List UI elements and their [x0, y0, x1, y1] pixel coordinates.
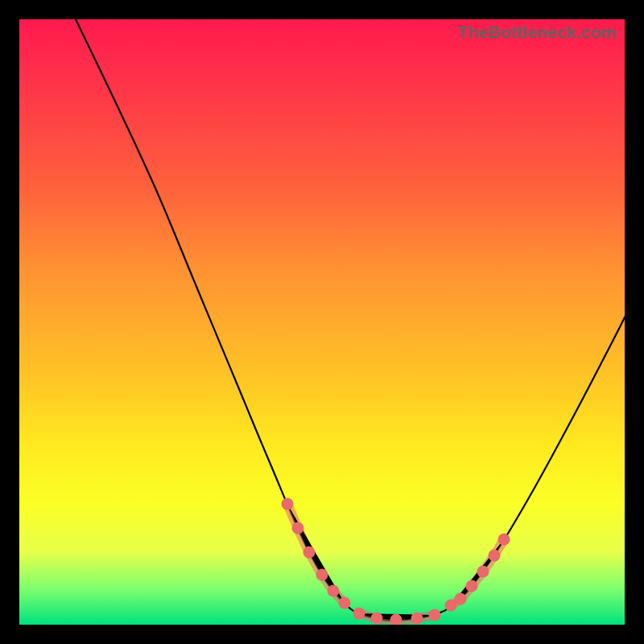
highlight-bottom-marker [411, 613, 423, 625]
series-group [76, 19, 625, 625]
highlight-right-marker [498, 534, 510, 546]
highlight-bottom-marker [371, 613, 383, 625]
highlight-right-marker [477, 566, 489, 578]
bottleneck-curve [76, 19, 625, 621]
highlight-bottom-marker [353, 608, 365, 620]
highlight-left-marker [316, 569, 328, 581]
chart-svg [19, 19, 625, 625]
highlight-right-marker [466, 580, 478, 592]
highlight-right-marker [455, 593, 467, 605]
highlight-right-marker [489, 550, 501, 562]
highlight-left-marker [328, 585, 340, 597]
plot-area: TheBottleneck.com [19, 19, 625, 625]
highlight-left-marker [339, 597, 351, 609]
highlight-left-marker [303, 547, 316, 559]
highlight-bottom-marker [429, 609, 441, 621]
chart-frame: TheBottleneck.com [0, 0, 644, 644]
highlight-left-marker [282, 498, 294, 510]
highlight-left-marker [292, 522, 304, 535]
